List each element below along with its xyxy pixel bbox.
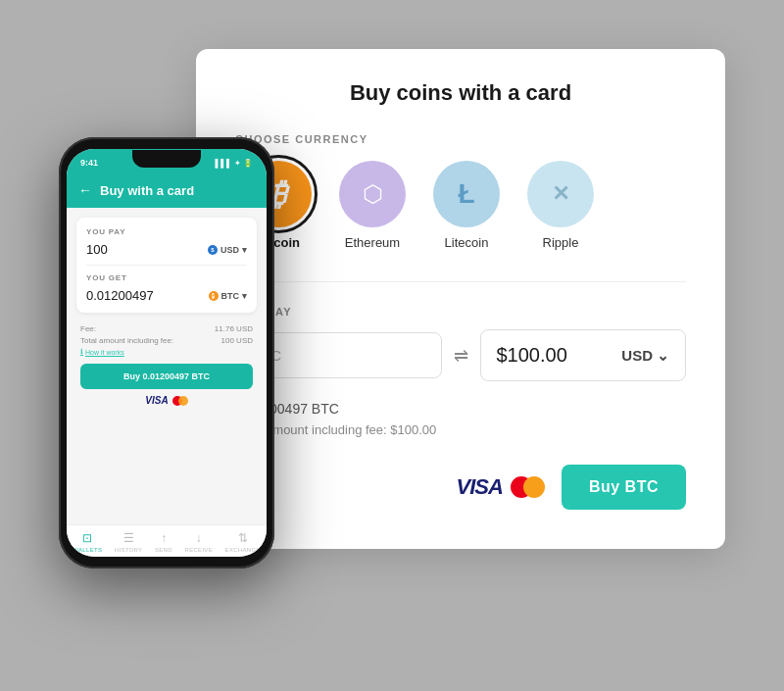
phone-fee-row: Fee: 11.76 USD [80,324,253,333]
btc-value-row: 0.01200497 BTC [235,401,686,417]
nav-history[interactable]: ☰ HISTORY [115,531,143,553]
currency-litecoin[interactable]: Ł Litecoin [433,161,500,250]
phone-get-row: 0.01200497 ₿ BTC ▾ [86,288,247,303]
currency-ripple[interactable]: ✕ Ripple [527,161,594,250]
exchange-icon: ⇅ [238,531,248,545]
swap-icon: ⇌ [454,345,468,367]
phone-mc-right [178,396,188,406]
visa-logo: VISA [457,474,503,500]
litecoin-icon: Ł [458,178,474,210]
phone-you-get-label: YOU GET [86,273,247,282]
ripple-icon: ✕ [552,181,569,207]
phone-total-row: Total amount including fee: 100 USD [80,336,253,345]
nav-send[interactable]: ↑ SEND [155,531,172,553]
phone-visa-logo: VISA [145,395,168,406]
usd-dot: $ [208,245,218,255]
phone-body: 9:41 ▌▌▌ ✦ 🔋 ← Buy with a card YOU PAY 1… [59,137,274,568]
payment-logos: VISA [457,474,546,500]
phone-buy-button[interactable]: Buy 0.01200497 BTC [80,364,253,389]
info-icon: ℹ [80,348,83,356]
usd-label: USD [621,347,653,364]
phone-fee-section: Fee: 11.76 USD Total amount including fe… [76,321,257,406]
history-label: HISTORY [115,547,143,553]
ethereum-label: Ethereum [345,235,400,250]
phone-btc-chevron: ▾ [242,291,247,301]
main-card: Buy coins with a card CHOOSE CURRENCY ₿ … [196,49,725,549]
currency-ethereum[interactable]: ⬡ Ethereum [339,161,406,250]
ethereum-circle: ⬡ [339,161,406,227]
currency-select[interactable]: USD ⌄ [621,347,669,365]
history-icon: ☰ [123,531,134,545]
phone-total-label: Total amount including fee: [80,336,173,345]
phone-fee-label: Fee: [80,324,96,333]
phone-notch [132,150,201,168]
phone-bottom-nav: ⊡ WALLETS ☰ HISTORY ↑ SEND ↓ RECEIVE ⇅ [67,524,267,557]
buy-btc-button[interactable]: Buy BTC [562,465,686,510]
wallets-label: WALLETS [73,547,102,553]
how-it-works-label: How it works [85,349,124,356]
status-icons: ▌▌▌ ✦ 🔋 [216,159,253,168]
receive-icon: ↓ [196,531,202,545]
you-pay-label: YOU PAY [235,306,686,318]
litecoin-circle: Ł [433,161,500,227]
bottom-row: FAQ VISA Buy BTC [235,465,686,510]
phone-pay-currency[interactable]: $ USD ▾ [208,245,247,255]
phone-cards-row: VISA [80,395,253,406]
phone-content: YOU PAY 100 $ USD ▾ YOU GET 0.01200497 [67,208,267,524]
send-label: SEND [155,547,172,553]
divider [235,281,686,282]
send-icon: ↑ [161,531,167,545]
phone-pay-value: 100 [86,242,108,257]
phone-btc-label: BTC [221,291,240,301]
phone-screen: 9:41 ▌▌▌ ✦ 🔋 ← Buy with a card YOU PAY 1… [67,149,267,557]
mastercard-logo [511,476,546,498]
receive-label: RECEIVE [185,547,213,553]
phone-usd-label: USD [220,245,239,255]
phone-you-pay-label: YOU PAY [86,227,247,236]
ethereum-icon: ⬡ [363,180,383,208]
phone-usd-chevron: ▾ [242,245,247,255]
phone-how-it-works[interactable]: ℹ How it works [80,348,253,356]
phone-header: ← Buy with a card [67,176,267,208]
phone-pay-row: 100 $ USD ▾ [86,242,247,257]
mc-right-circle [523,476,545,498]
phone-get-currency[interactable]: ₿ BTC ▾ [209,291,248,301]
phone-mastercard-logo [172,396,188,406]
ripple-circle: ✕ [527,161,594,227]
phone-mockup: 9:41 ▌▌▌ ✦ 🔋 ← Buy with a card YOU PAY 1… [59,137,274,568]
phone-get-value: 0.01200497 [86,288,154,303]
status-time: 9:41 [80,158,98,168]
phone-header-title: Buy with a card [100,183,194,198]
phone-fee-value: 11.76 USD [215,324,253,333]
litecoin-label: Litecoin [445,235,489,250]
nav-exchange[interactable]: ⇅ EXCHANGE [225,531,261,553]
fee-note: Total amount including fee: $100.00 [235,422,686,437]
currency-selector: ₿ Bitcoin ⬡ Ethereum Ł Litecoin ✕ Ripple [235,161,686,250]
nav-receive[interactable]: ↓ RECEIVE [185,531,213,553]
btc-dot: ₿ [209,291,219,301]
ripple-label: Ripple [543,235,579,250]
chevron-down-icon: ⌄ [657,347,669,365]
usd-input-box[interactable]: $100.00 USD ⌄ [480,329,687,381]
wallets-icon: ⊡ [82,531,92,545]
phone-total-value: 100 USD [221,336,253,345]
exchange-label: EXCHANGE [225,547,261,553]
phone-pay-card: YOU PAY 100 $ USD ▾ YOU GET 0.01200497 [76,218,257,313]
card-title: Buy coins with a card [235,80,686,106]
back-arrow-icon[interactable]: ← [78,182,92,198]
currency-section-label: CHOOSE CURRENCY [235,133,686,145]
pay-amount-value: $100.00 [497,344,567,367]
pay-row: BTC ⇌ $100.00 USD ⌄ [235,329,686,381]
phone-divider [86,265,247,266]
nav-wallets[interactable]: ⊡ WALLETS [73,531,102,553]
